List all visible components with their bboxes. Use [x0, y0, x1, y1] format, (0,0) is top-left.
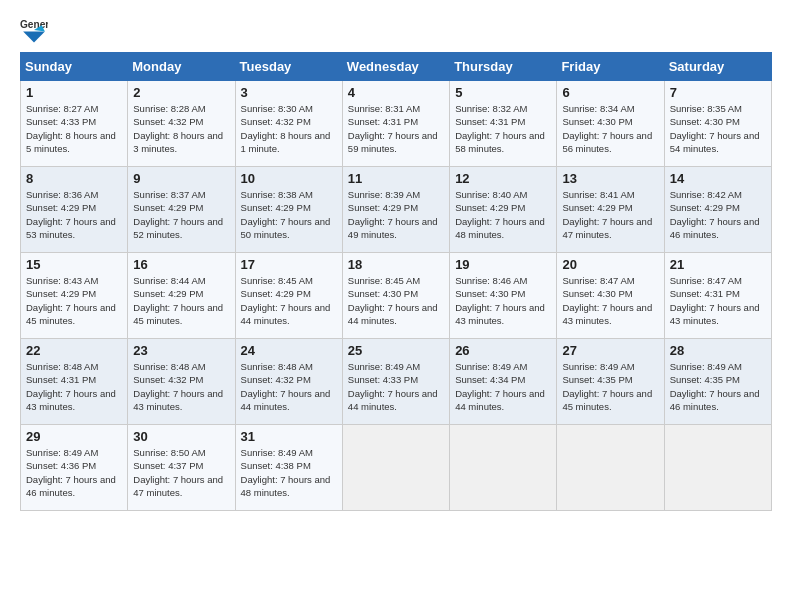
calendar-cell: 30 Sunrise: 8:50 AMSunset: 4:37 PMDaylig…: [128, 425, 235, 511]
day-number: 30: [133, 429, 229, 444]
day-detail: Sunrise: 8:47 AMSunset: 4:30 PMDaylight:…: [562, 275, 652, 326]
day-detail: Sunrise: 8:31 AMSunset: 4:31 PMDaylight:…: [348, 103, 438, 154]
day-detail: Sunrise: 8:38 AMSunset: 4:29 PMDaylight:…: [241, 189, 331, 240]
day-detail: Sunrise: 8:37 AMSunset: 4:29 PMDaylight:…: [133, 189, 223, 240]
day-detail: Sunrise: 8:48 AMSunset: 4:32 PMDaylight:…: [133, 361, 223, 412]
weekday-header: Saturday: [664, 53, 771, 81]
page: General SundayMondayTuesdayWednesdayThur…: [0, 0, 792, 612]
day-number: 18: [348, 257, 444, 272]
day-detail: Sunrise: 8:49 AMSunset: 4:36 PMDaylight:…: [26, 447, 116, 498]
day-detail: Sunrise: 8:48 AMSunset: 4:31 PMDaylight:…: [26, 361, 116, 412]
day-detail: Sunrise: 8:49 AMSunset: 4:35 PMDaylight:…: [562, 361, 652, 412]
day-number: 20: [562, 257, 658, 272]
calendar-cell: 7 Sunrise: 8:35 AMSunset: 4:30 PMDayligh…: [664, 81, 771, 167]
day-number: 10: [241, 171, 337, 186]
day-detail: Sunrise: 8:34 AMSunset: 4:30 PMDaylight:…: [562, 103, 652, 154]
calendar-cell: [450, 425, 557, 511]
calendar-cell: 28 Sunrise: 8:49 AMSunset: 4:35 PMDaylig…: [664, 339, 771, 425]
day-detail: Sunrise: 8:45 AMSunset: 4:29 PMDaylight:…: [241, 275, 331, 326]
calendar-cell: 4 Sunrise: 8:31 AMSunset: 4:31 PMDayligh…: [342, 81, 449, 167]
weekday-header: Tuesday: [235, 53, 342, 81]
day-detail: Sunrise: 8:44 AMSunset: 4:29 PMDaylight:…: [133, 275, 223, 326]
day-detail: Sunrise: 8:36 AMSunset: 4:29 PMDaylight:…: [26, 189, 116, 240]
calendar-cell: [664, 425, 771, 511]
day-detail: Sunrise: 8:45 AMSunset: 4:30 PMDaylight:…: [348, 275, 438, 326]
day-detail: Sunrise: 8:49 AMSunset: 4:35 PMDaylight:…: [670, 361, 760, 412]
day-number: 21: [670, 257, 766, 272]
day-number: 15: [26, 257, 122, 272]
day-number: 8: [26, 171, 122, 186]
calendar-week-row: 1 Sunrise: 8:27 AMSunset: 4:33 PMDayligh…: [21, 81, 772, 167]
day-detail: Sunrise: 8:46 AMSunset: 4:30 PMDaylight:…: [455, 275, 545, 326]
day-number: 1: [26, 85, 122, 100]
day-detail: Sunrise: 8:49 AMSunset: 4:33 PMDaylight:…: [348, 361, 438, 412]
calendar-cell: 17 Sunrise: 8:45 AMSunset: 4:29 PMDaylig…: [235, 253, 342, 339]
calendar-cell: 12 Sunrise: 8:40 AMSunset: 4:29 PMDaylig…: [450, 167, 557, 253]
day-number: 12: [455, 171, 551, 186]
day-number: 13: [562, 171, 658, 186]
day-detail: Sunrise: 8:48 AMSunset: 4:32 PMDaylight:…: [241, 361, 331, 412]
calendar-cell: 16 Sunrise: 8:44 AMSunset: 4:29 PMDaylig…: [128, 253, 235, 339]
calendar-week-row: 15 Sunrise: 8:43 AMSunset: 4:29 PMDaylig…: [21, 253, 772, 339]
weekday-header: Sunday: [21, 53, 128, 81]
calendar-cell: 3 Sunrise: 8:30 AMSunset: 4:32 PMDayligh…: [235, 81, 342, 167]
day-number: 31: [241, 429, 337, 444]
day-number: 23: [133, 343, 229, 358]
day-detail: Sunrise: 8:50 AMSunset: 4:37 PMDaylight:…: [133, 447, 223, 498]
day-number: 17: [241, 257, 337, 272]
day-number: 27: [562, 343, 658, 358]
calendar-cell: 2 Sunrise: 8:28 AMSunset: 4:32 PMDayligh…: [128, 81, 235, 167]
calendar-week-row: 8 Sunrise: 8:36 AMSunset: 4:29 PMDayligh…: [21, 167, 772, 253]
day-number: 19: [455, 257, 551, 272]
day-number: 5: [455, 85, 551, 100]
svg-text:General: General: [20, 19, 48, 30]
calendar-week-row: 22 Sunrise: 8:48 AMSunset: 4:31 PMDaylig…: [21, 339, 772, 425]
day-number: 26: [455, 343, 551, 358]
calendar-cell: 10 Sunrise: 8:38 AMSunset: 4:29 PMDaylig…: [235, 167, 342, 253]
day-detail: Sunrise: 8:49 AMSunset: 4:38 PMDaylight:…: [241, 447, 331, 498]
calendar-cell: 15 Sunrise: 8:43 AMSunset: 4:29 PMDaylig…: [21, 253, 128, 339]
day-number: 16: [133, 257, 229, 272]
day-detail: Sunrise: 8:39 AMSunset: 4:29 PMDaylight:…: [348, 189, 438, 240]
calendar-cell: 25 Sunrise: 8:49 AMSunset: 4:33 PMDaylig…: [342, 339, 449, 425]
day-number: 28: [670, 343, 766, 358]
day-detail: Sunrise: 8:32 AMSunset: 4:31 PMDaylight:…: [455, 103, 545, 154]
calendar-cell: 27 Sunrise: 8:49 AMSunset: 4:35 PMDaylig…: [557, 339, 664, 425]
calendar-cell: 19 Sunrise: 8:46 AMSunset: 4:30 PMDaylig…: [450, 253, 557, 339]
day-number: 29: [26, 429, 122, 444]
calendar-cell: 24 Sunrise: 8:48 AMSunset: 4:32 PMDaylig…: [235, 339, 342, 425]
calendar-cell: 31 Sunrise: 8:49 AMSunset: 4:38 PMDaylig…: [235, 425, 342, 511]
day-detail: Sunrise: 8:30 AMSunset: 4:32 PMDaylight:…: [241, 103, 331, 154]
day-number: 25: [348, 343, 444, 358]
calendar-cell: 13 Sunrise: 8:41 AMSunset: 4:29 PMDaylig…: [557, 167, 664, 253]
day-detail: Sunrise: 8:42 AMSunset: 4:29 PMDaylight:…: [670, 189, 760, 240]
day-detail: Sunrise: 8:41 AMSunset: 4:29 PMDaylight:…: [562, 189, 652, 240]
day-number: 2: [133, 85, 229, 100]
weekday-header-row: SundayMondayTuesdayWednesdayThursdayFrid…: [21, 53, 772, 81]
weekday-header: Friday: [557, 53, 664, 81]
calendar-cell: 20 Sunrise: 8:47 AMSunset: 4:30 PMDaylig…: [557, 253, 664, 339]
calendar-cell: 1 Sunrise: 8:27 AMSunset: 4:33 PMDayligh…: [21, 81, 128, 167]
weekday-header: Thursday: [450, 53, 557, 81]
day-detail: Sunrise: 8:40 AMSunset: 4:29 PMDaylight:…: [455, 189, 545, 240]
day-number: 11: [348, 171, 444, 186]
calendar-cell: [342, 425, 449, 511]
day-number: 24: [241, 343, 337, 358]
day-detail: Sunrise: 8:47 AMSunset: 4:31 PMDaylight:…: [670, 275, 760, 326]
day-number: 6: [562, 85, 658, 100]
calendar-cell: 5 Sunrise: 8:32 AMSunset: 4:31 PMDayligh…: [450, 81, 557, 167]
day-number: 14: [670, 171, 766, 186]
calendar-cell: 26 Sunrise: 8:49 AMSunset: 4:34 PMDaylig…: [450, 339, 557, 425]
day-detail: Sunrise: 8:43 AMSunset: 4:29 PMDaylight:…: [26, 275, 116, 326]
day-number: 3: [241, 85, 337, 100]
calendar-cell: 9 Sunrise: 8:37 AMSunset: 4:29 PMDayligh…: [128, 167, 235, 253]
day-detail: Sunrise: 8:49 AMSunset: 4:34 PMDaylight:…: [455, 361, 545, 412]
calendar-week-row: 29 Sunrise: 8:49 AMSunset: 4:36 PMDaylig…: [21, 425, 772, 511]
calendar-cell: 29 Sunrise: 8:49 AMSunset: 4:36 PMDaylig…: [21, 425, 128, 511]
calendar-cell: 23 Sunrise: 8:48 AMSunset: 4:32 PMDaylig…: [128, 339, 235, 425]
calendar-cell: 6 Sunrise: 8:34 AMSunset: 4:30 PMDayligh…: [557, 81, 664, 167]
day-detail: Sunrise: 8:27 AMSunset: 4:33 PMDaylight:…: [26, 103, 116, 154]
day-number: 9: [133, 171, 229, 186]
calendar-cell: 8 Sunrise: 8:36 AMSunset: 4:29 PMDayligh…: [21, 167, 128, 253]
calendar-cell: 22 Sunrise: 8:48 AMSunset: 4:31 PMDaylig…: [21, 339, 128, 425]
